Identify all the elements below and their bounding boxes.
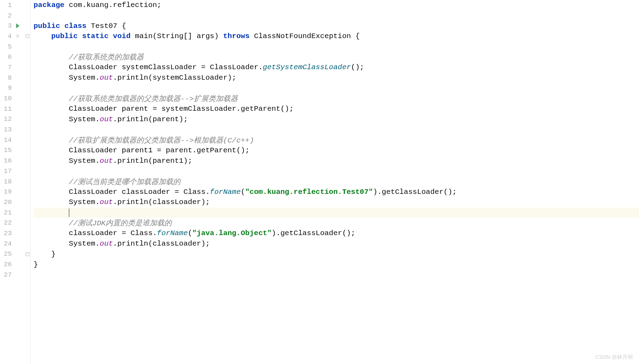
code-token-plain: ( xyxy=(241,188,245,196)
gutter-row: 13 xyxy=(0,124,30,135)
line-number[interactable]: 11 xyxy=(0,105,13,113)
line-number[interactable]: 4 xyxy=(0,32,13,40)
code-line[interactable]: //获取系统类的加载器 xyxy=(34,52,639,62)
code-line[interactable]: System.out.println(parent1); xyxy=(34,155,639,166)
fold-icon[interactable]: − xyxy=(26,34,29,38)
code-line[interactable] xyxy=(34,208,639,218)
code-line[interactable]: //获取扩展类加载器的父类加载器-->根加载器(C/c++) xyxy=(34,135,639,145)
code-token-kw: throws xyxy=(223,32,250,40)
code-token-plain: ).getClassLoader(); xyxy=(272,229,355,237)
code-line[interactable] xyxy=(34,42,639,52)
line-number[interactable]: 16 xyxy=(0,157,13,165)
code-line[interactable] xyxy=(34,166,639,176)
line-number[interactable]: 6 xyxy=(0,53,13,61)
code-line[interactable]: ClassLoader parent1 = parent.getParent()… xyxy=(34,145,639,156)
code-token-plain: .println(parent); xyxy=(113,115,188,123)
code-token-field: out xyxy=(100,115,113,123)
code-token-plain: System. xyxy=(34,157,100,165)
code-line[interactable]: ClassLoader parent = systemClassLoader.g… xyxy=(34,104,639,114)
line-number[interactable]: 15 xyxy=(0,146,13,154)
line-number[interactable]: 23 xyxy=(0,230,13,237)
line-number[interactable]: 25 xyxy=(0,250,13,258)
code-line[interactable]: classLoader = Class.forName("java.lang.O… xyxy=(34,228,639,239)
gutter-row: 16 xyxy=(0,155,30,166)
code-line[interactable]: System.out.println(systemClassLoader); xyxy=(34,73,639,83)
gutter-row: 11 xyxy=(0,104,30,114)
code-line[interactable]: } xyxy=(34,259,639,270)
gutter-row: 10 xyxy=(0,93,30,104)
line-number[interactable]: 27 xyxy=(0,271,13,279)
line-number[interactable]: 22 xyxy=(0,219,13,227)
line-number[interactable]: 3 xyxy=(0,22,13,30)
code-editor[interactable]: package com.kuang.reflection;public clas… xyxy=(31,0,639,364)
code-line[interactable]: System.out.println(parent); xyxy=(34,114,639,125)
code-token-field: out xyxy=(100,157,113,165)
line-number[interactable]: 20 xyxy=(0,198,13,206)
line-number[interactable]: 1 xyxy=(0,1,13,9)
gutter-icons: − xyxy=(13,252,30,256)
line-number[interactable]: 13 xyxy=(0,126,13,133)
line-number[interactable]: 24 xyxy=(0,240,13,248)
line-number[interactable]: 14 xyxy=(0,136,13,144)
code-line[interactable]: ClassLoader classLoader = Class.forName(… xyxy=(34,187,639,197)
run-icon[interactable] xyxy=(16,23,20,28)
code-line[interactable]: public static void main(String[] args) t… xyxy=(34,31,639,42)
code-token-comment-text: //获取系统类的加载器 xyxy=(69,52,144,62)
code-line[interactable]: System.out.println(classLoader); xyxy=(34,239,639,249)
code-token-plain xyxy=(34,136,69,144)
code-token-caret xyxy=(69,209,69,217)
line-number[interactable]: 5 xyxy=(0,43,13,51)
code-line[interactable]: } xyxy=(34,249,639,260)
line-number[interactable]: 26 xyxy=(0,261,13,268)
code-line[interactable]: System.out.println(classLoader); xyxy=(34,197,639,208)
code-token-method-static: forName xyxy=(157,229,188,237)
code-line[interactable] xyxy=(34,10,639,21)
code-token-field: out xyxy=(100,198,113,206)
gutter-row: 12 xyxy=(0,114,30,125)
code-token-plain: .println(systemClassLoader); xyxy=(113,74,236,82)
code-token-string: "com.kuang.reflection.Test07" xyxy=(245,188,373,196)
line-number[interactable]: 19 xyxy=(0,188,13,196)
gutter-icons xyxy=(13,23,30,28)
line-number[interactable]: 7 xyxy=(0,64,13,71)
code-token-plain: System. xyxy=(34,240,100,248)
line-number[interactable]: 18 xyxy=(0,178,13,185)
code-token-method-static: getSystemClassLoader xyxy=(263,63,351,71)
line-number[interactable]: 10 xyxy=(0,95,13,102)
code-token-plain xyxy=(34,219,69,227)
editor-gutter: 1234☟−5678910111213141516171819202122232… xyxy=(0,0,31,364)
code-token-plain: ClassLoader parent = systemClassLoader.g… xyxy=(34,105,294,113)
code-line[interactable] xyxy=(34,83,639,94)
code-line[interactable] xyxy=(34,270,639,280)
line-number[interactable]: 21 xyxy=(0,209,13,217)
line-number[interactable]: 2 xyxy=(0,12,13,20)
code-line[interactable]: public class Test07 { xyxy=(34,21,639,31)
gutter-row: 25− xyxy=(0,249,30,260)
gutter-row: 27 xyxy=(0,270,30,280)
cursor-pointer-icon: ☟ xyxy=(16,33,19,39)
code-token-plain: System. xyxy=(34,115,100,123)
gutter-row: 22 xyxy=(0,218,30,228)
fold-icon[interactable]: − xyxy=(26,252,29,256)
line-number[interactable]: 9 xyxy=(0,84,13,92)
code-token-plain: main(String[] args) xyxy=(130,32,223,40)
gutter-row: 17 xyxy=(0,166,30,176)
code-token-plain: (); xyxy=(351,63,364,71)
code-line[interactable]: package com.kuang.reflection; xyxy=(34,0,639,10)
code-line[interactable]: //测试当前类是哪个加载器加载的 xyxy=(34,176,639,187)
gutter-row: 7 xyxy=(0,62,30,73)
code-line[interactable]: //测试JDK内置的类是谁加载的 xyxy=(34,218,639,228)
code-token-comment-text: //测试JDK内置的类是谁加载的 xyxy=(69,218,172,228)
gutter-row: 15 xyxy=(0,145,30,156)
code-token-plain: ClassLoader parent1 = parent.getParent()… xyxy=(34,146,250,154)
line-number[interactable]: 17 xyxy=(0,167,13,175)
code-line[interactable] xyxy=(34,124,639,135)
line-number[interactable]: 12 xyxy=(0,115,13,123)
gutter-row: 2 xyxy=(0,10,30,21)
code-token-plain: ClassLoader classLoader = Class. xyxy=(34,188,210,196)
line-number[interactable]: 8 xyxy=(0,74,13,82)
gutter-row: 1 xyxy=(0,0,30,10)
code-token-kw: public class xyxy=(34,22,86,30)
code-line[interactable]: //获取系统类加载器的父类加载器-->扩展类加载器 xyxy=(34,93,639,104)
code-line[interactable]: ClassLoader systemClassLoader = ClassLoa… xyxy=(34,62,639,73)
